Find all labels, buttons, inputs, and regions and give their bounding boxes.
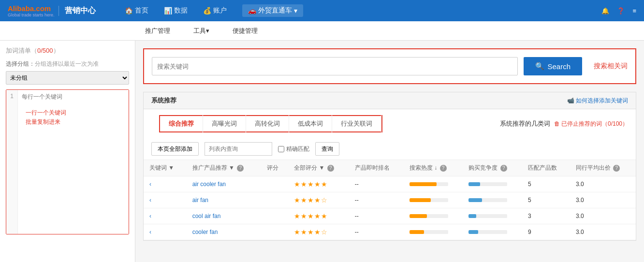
filter-tab-高转化词[interactable]: 高转化词 xyxy=(246,115,289,132)
cell-buy-comp-3 xyxy=(463,224,522,240)
table-row: ‹ air cooler fan ★★★★★ -- 5 3.0 xyxy=(144,176,636,192)
cell-avg-bid-0: 3.0 xyxy=(570,176,636,192)
logo-sub: Global trade starts here. xyxy=(8,13,55,17)
cell-rank-1: -- xyxy=(349,192,404,208)
subnav-quick[interactable]: 便捷管理 xyxy=(233,21,258,41)
keyword-textarea-container: 1 一行一个关键词 批量复制进来 xyxy=(6,89,129,234)
filter-tab-综合推荐[interactable]: 综合推荐 xyxy=(160,115,203,132)
filter-tab-行业关联词[interactable]: 行业关联词 xyxy=(332,115,381,132)
table-row: ‹ air fan ★★★★☆ -- 5 3.0 xyxy=(144,192,636,208)
nav-right: 🔔 ❓ ≡ xyxy=(601,7,636,15)
cell-match-count-0: 5 xyxy=(522,176,570,192)
search-hint: 搜索相关词 xyxy=(594,62,628,71)
col-avg-bid-info-icon[interactable]: ? xyxy=(613,165,620,172)
nav-home[interactable]: 🏠 首页 xyxy=(125,6,148,15)
keyword-textarea[interactable] xyxy=(18,90,129,234)
nav-express[interactable]: 🚗 外贸直通车 ▾ xyxy=(242,4,303,17)
bell-icon[interactable]: 🔔 xyxy=(601,7,609,15)
cell-keyword-1: air fan xyxy=(187,192,261,208)
star-rating: ★★★★☆ xyxy=(294,228,328,236)
cell-rank-0: -- xyxy=(349,176,404,192)
col-all-rating[interactable]: 全部评分 ▼ ? xyxy=(288,160,349,176)
dropdown-icon: ▾ xyxy=(294,7,297,15)
group-select[interactable]: 未分组 xyxy=(6,71,129,85)
sys-recommend-header: 系统推荐 📹 如何选择添加关键词 xyxy=(144,92,636,109)
keyword-link[interactable]: cool air fan xyxy=(192,213,221,219)
cell-search-heat-0 xyxy=(404,176,463,192)
search-heat-fill xyxy=(410,182,437,186)
cell-stars-1: ★★★★☆ xyxy=(288,192,349,208)
col-buy-comp[interactable]: 购买竞争度 ? xyxy=(463,160,522,176)
car-icon: 🚗 xyxy=(248,7,256,15)
buy-comp-bar xyxy=(468,182,507,186)
logo-area: Alibaba.com Global trade starts here. 营销… xyxy=(8,4,115,17)
cell-chevron-1[interactable]: ‹ xyxy=(144,192,187,208)
keyword-link[interactable]: air fan xyxy=(192,197,208,204)
select-group-hint: 分组选择以最近一次为准 xyxy=(35,60,99,67)
subnav-promote[interactable]: 推广管理 xyxy=(145,21,170,41)
cell-product-1 xyxy=(261,192,289,208)
sub-nav: 推广管理 工具 ▾ 便捷管理 xyxy=(0,21,644,41)
col-keyword[interactable]: 关键词 ▼ xyxy=(144,160,187,176)
col-rank: 产品即时排名 xyxy=(349,160,404,176)
search-button-label: Search xyxy=(547,62,571,71)
sidebar-title: 加词清单（0/500） xyxy=(6,46,129,55)
col-buy-comp-info-icon[interactable]: ? xyxy=(500,165,507,172)
search-button[interactable]: 🔍 Search xyxy=(524,57,582,75)
select-group-label: 选择分组：分组选择以最近一次为准 xyxy=(6,60,129,68)
query-button[interactable]: 查询 xyxy=(315,142,339,156)
content-area: 🔍 Search 搜索相关词 系统推荐 📹 如何选择添加关键词 综合推荐 高曝光… xyxy=(135,41,644,262)
nav-account[interactable]: 💰 账户 xyxy=(203,6,227,15)
keyword-link[interactable]: air cooler fan xyxy=(192,181,226,188)
filter-tab-高曝光词[interactable]: 高曝光词 xyxy=(203,115,246,132)
add-all-button[interactable]: 本页全部添加 xyxy=(151,142,199,156)
search-heat-bar xyxy=(410,198,448,202)
search-input[interactable] xyxy=(152,57,518,75)
cell-avg-bid-3: 3.0 xyxy=(570,224,636,240)
keyword-link[interactable]: cooler fan xyxy=(192,229,218,235)
table-row: ‹ cooler fan ★★★★☆ -- 9 3.0 xyxy=(144,224,636,240)
cell-match-count-3: 9 xyxy=(522,224,570,240)
col-search-heat-info-icon[interactable]: ? xyxy=(440,165,447,172)
cell-keyword-0: air cooler fan xyxy=(187,176,261,192)
exact-match-label[interactable]: 精确匹配 xyxy=(278,145,309,153)
search-heat-fill xyxy=(410,198,431,202)
cell-avg-bid-2: 3.0 xyxy=(570,208,636,224)
how-to-link[interactable]: 📹 如何选择添加关键词 xyxy=(567,97,628,105)
buy-comp-bar xyxy=(468,214,507,218)
cell-product-2 xyxy=(261,208,289,224)
chart-icon: 📊 xyxy=(164,7,172,15)
search-heat-fill xyxy=(410,230,424,234)
help-icon[interactable]: ❓ xyxy=(617,7,625,15)
buy-comp-fill xyxy=(468,214,476,218)
row-chevron-icon: ‹ xyxy=(149,229,151,235)
col-match-count: 匹配产品数 xyxy=(522,160,570,176)
filter-tab-低成本词[interactable]: 低成本词 xyxy=(289,115,332,132)
main-layout: 加词清单（0/500） 选择分组：分组选择以最近一次为准 未分组 1 一行一个关… xyxy=(0,41,644,262)
exact-match-checkbox[interactable] xyxy=(278,146,284,152)
col-product[interactable]: 推广产品推荐 ▼ ? xyxy=(187,160,261,176)
row-chevron-icon: ‹ xyxy=(149,181,151,188)
nav-data-label: 数据 xyxy=(174,6,188,15)
col-all-rating-info-icon[interactable]: ? xyxy=(327,165,334,172)
col-product-info-icon[interactable]: ? xyxy=(237,165,244,172)
subnav-tools[interactable]: 工具 ▾ xyxy=(193,21,209,41)
cell-product-3 xyxy=(261,224,289,240)
cell-buy-comp-2 xyxy=(463,208,522,224)
menu-icon[interactable]: ≡ xyxy=(632,7,636,15)
row-chevron-icon: ‹ xyxy=(149,197,151,204)
list-search-input[interactable] xyxy=(205,142,272,156)
col-search-heat[interactable]: 搜索热度 ↓ ? xyxy=(404,160,463,176)
cell-buy-comp-0 xyxy=(463,176,522,192)
sys-recommend-panel: 系统推荐 📹 如何选择添加关键词 综合推荐 高曝光词 高转化词 低成本词 行业关… xyxy=(143,92,636,241)
star-rating: ★★★★★ xyxy=(294,212,328,220)
cell-rank-3: -- xyxy=(349,224,404,240)
cell-search-heat-3 xyxy=(404,224,463,240)
cell-chevron-3[interactable]: ‹ xyxy=(144,224,187,240)
search-heat-bar xyxy=(410,230,448,234)
cell-chevron-2[interactable]: ‹ xyxy=(144,208,187,224)
col-avg-bid: 同行平均出价 ? xyxy=(570,160,636,176)
nav-data[interactable]: 📊 数据 xyxy=(164,6,188,15)
cell-chevron-0[interactable]: ‹ xyxy=(144,176,187,192)
top-nav: Alibaba.com Global trade starts here. 营销… xyxy=(0,0,644,21)
